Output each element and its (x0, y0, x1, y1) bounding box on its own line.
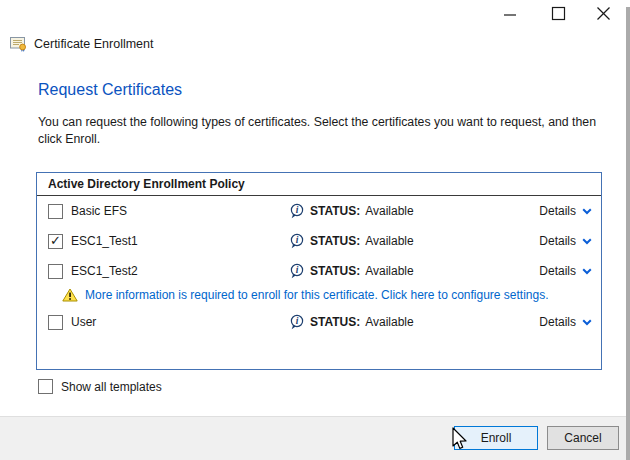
details-link[interactable]: Details (539, 234, 592, 248)
minimize-icon (503, 7, 517, 21)
policy-title: Active Directory Enrollment Policy (37, 173, 601, 196)
show-all-templates-label: Show all templates (61, 380, 162, 394)
certificate-enrollment-window: Certificate Enrollment Request Certifica… (0, 0, 630, 460)
desktop-edge (626, 7, 630, 460)
status-group: i STATUS: Available (290, 314, 414, 330)
details-label: Details (539, 315, 576, 329)
show-all-templates: ✓ Show all templates (38, 379, 162, 394)
details-link[interactable]: Details (539, 315, 592, 329)
certificate-icon (10, 36, 27, 52)
chevron-down-icon (582, 268, 592, 275)
details-label: Details (539, 204, 576, 218)
chevron-down-icon (582, 238, 592, 245)
certificate-row: ✓ ESC1_Test2 i STATUS: Available Details (37, 256, 601, 286)
maximize-icon (551, 6, 566, 21)
page-title: Request Certificates (38, 81, 182, 99)
status-value: Available (365, 264, 413, 278)
details-link[interactable]: Details (539, 204, 592, 218)
status-value: Available (365, 204, 413, 218)
status-group: i STATUS: Available (290, 233, 414, 249)
status-label: STATUS: (310, 234, 360, 248)
footer-bar: Enroll Cancel (0, 416, 630, 460)
info-icon: i (290, 314, 304, 330)
status-label: STATUS: (310, 315, 360, 329)
details-link[interactable]: Details (539, 264, 592, 278)
svg-text:i: i (296, 205, 299, 215)
details-label: Details (539, 264, 576, 278)
certificate-row: ✓ Basic EFS i STATUS: Available Details (37, 196, 601, 226)
minimize-button[interactable] (498, 6, 522, 22)
status-value: Available (365, 315, 413, 329)
status-label: STATUS: (310, 204, 360, 218)
window-title: Certificate Enrollment (34, 37, 154, 51)
certificate-checkbox[interactable]: ✓ (48, 315, 63, 330)
close-button[interactable] (592, 4, 614, 22)
certificate-name: User (71, 315, 96, 329)
certificate-name: Basic EFS (71, 204, 127, 218)
info-icon: i (290, 203, 304, 219)
app-header: Certificate Enrollment (10, 36, 154, 52)
checkmark-icon: ✓ (50, 234, 61, 247)
certificate-checkbox[interactable]: ✓ (48, 264, 63, 279)
certificate-checkbox[interactable]: ✓ (48, 234, 63, 249)
maximize-button[interactable] (547, 4, 569, 22)
certificate-row: ✓ User i STATUS: Available Details (37, 307, 601, 337)
status-group: i STATUS: Available (290, 263, 414, 279)
certificate-row: ✓ ESC1_Test1 i STATUS: Available Details (37, 226, 601, 256)
status-group: i STATUS: Available (290, 203, 414, 219)
info-icon: i (290, 263, 304, 279)
certificate-rows: ✓ Basic EFS i STATUS: Available Details … (37, 196, 601, 337)
info-icon: i (290, 233, 304, 249)
svg-text:i: i (296, 316, 299, 326)
details-label: Details (539, 234, 576, 248)
certificate-checkbox[interactable]: ✓ (48, 204, 63, 219)
page-description: You can request the following types of c… (38, 114, 604, 148)
certificate-warning-row: More information is required to enroll f… (37, 283, 601, 307)
status-value: Available (365, 234, 413, 248)
status-label: STATUS: (310, 264, 360, 278)
warning-icon (62, 288, 78, 302)
certificate-name: ESC1_Test1 (71, 234, 138, 248)
certificate-name: ESC1_Test2 (71, 264, 138, 278)
chevron-down-icon (582, 208, 592, 215)
svg-text:i: i (296, 265, 299, 275)
configure-settings-link[interactable]: More information is required to enroll f… (85, 288, 549, 302)
close-icon (596, 6, 611, 21)
enrollment-policy-panel: Active Directory Enrollment Policy ✓ Bas… (36, 172, 602, 370)
cancel-button[interactable]: Cancel (547, 426, 619, 450)
svg-text:i: i (296, 235, 299, 245)
chevron-down-icon (582, 319, 592, 326)
enroll-button[interactable]: Enroll (454, 426, 538, 450)
show-all-templates-checkbox[interactable]: ✓ (38, 379, 53, 394)
